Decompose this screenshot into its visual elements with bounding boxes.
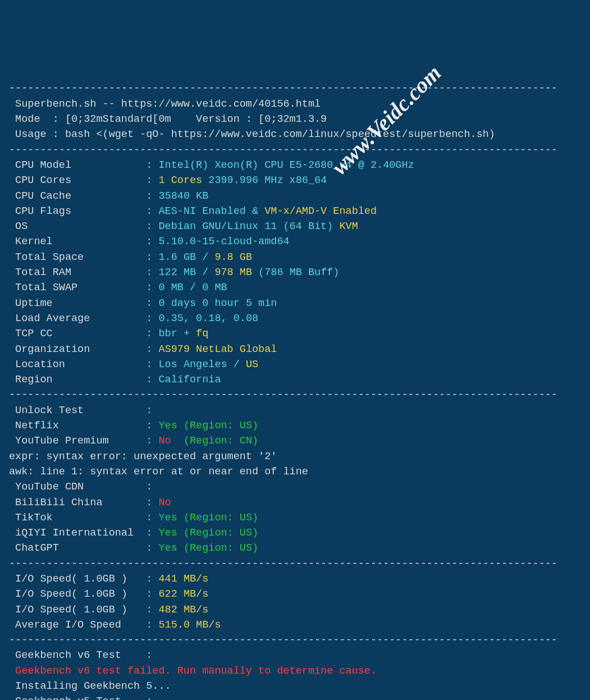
netflix-label: Netflix xyxy=(9,420,146,432)
cpu-flags-aes: AES-NI Enabled & xyxy=(158,205,264,217)
tiktok-status: Yes xyxy=(158,512,177,524)
iqiyi-region: (Region: US) xyxy=(177,527,258,539)
netflix-region: (Region: US) xyxy=(177,420,258,432)
chatgpt-region: (Region: US) xyxy=(177,542,258,554)
uptime-label: Uptime xyxy=(9,298,146,309)
separator: ----------------------------------------… xyxy=(9,558,557,570)
kernel-label: Kernel xyxy=(9,236,146,248)
colon: : xyxy=(146,205,158,217)
cpu-model-value: Intel(R) Xeon(R) CPU E5-2680 v4 @ 2.40GH… xyxy=(158,159,414,171)
colon: : xyxy=(146,236,158,248)
io-speed-3-label: I/O Speed( 1.0GB ) xyxy=(9,604,146,616)
header-title: Superbench.sh -- https://www.veidc.com/4… xyxy=(9,98,321,110)
youtube-premium-label: YouTube Premium xyxy=(9,435,146,447)
colon: : xyxy=(146,527,158,539)
youtube-cdn-label: YouTube CDN xyxy=(9,481,146,493)
tcp-label: TCP CC xyxy=(9,328,146,340)
colon: : xyxy=(146,588,158,600)
cpu-cache-value: 35840 KB xyxy=(158,190,208,202)
swap-label: Total SWAP xyxy=(9,282,146,294)
mode-value: Standard xyxy=(103,113,153,125)
cpu-flags-label: CPU Flags xyxy=(9,205,146,217)
cpu-cores-label: CPU Cores xyxy=(9,175,146,186)
org-label: Organization xyxy=(9,344,146,355)
usage-line: Usage : bash <(wget -qO- https://www.vei… xyxy=(9,129,495,140)
colon: : xyxy=(146,221,158,232)
geekbench-install: Installing Geekbench 5... xyxy=(9,680,171,692)
ram-used: 122 MB / xyxy=(158,267,214,278)
cpu-cache-label: CPU Cache xyxy=(9,190,146,202)
mode-line: Mode : [0;32mStandard[0m Version : [0;32… xyxy=(9,113,327,125)
youtube-premium-status: No xyxy=(158,435,177,447)
cpu-flags-vmx: VM-x/AMD-V Enabled xyxy=(264,205,377,217)
io-speed-2-label: I/O Speed( 1.0GB ) xyxy=(9,588,146,600)
io-speed-1-label: I/O Speed( 1.0GB ) xyxy=(9,573,146,585)
geekbench-v5-label: Geekbench v5 Test xyxy=(9,696,146,700)
netflix-status: Yes xyxy=(158,420,177,432)
colon: : xyxy=(146,190,158,202)
colon: : xyxy=(146,405,152,417)
tcp-qdisc: fq xyxy=(196,328,208,340)
chatgpt-status: Yes xyxy=(158,542,177,554)
load-label: Load Average xyxy=(9,313,146,324)
cpu-cores-freq: 2399.996 MHz x86_64 xyxy=(202,175,327,186)
colon: : xyxy=(146,481,152,493)
separator: ----------------------------------------… xyxy=(9,83,557,94)
unlock-title: Unlock Test xyxy=(9,405,146,417)
colon: : xyxy=(146,344,158,355)
io-speed-3-value: 482 MB/s xyxy=(158,604,208,616)
load-value: 0.35, 0.18, 0.08 xyxy=(158,313,258,324)
colon: : xyxy=(146,175,158,186)
cpu-cores-count: 1 Cores xyxy=(158,175,202,186)
geekbench-v6-fail: Geekbench v6 test failed. Run manually t… xyxy=(9,665,377,677)
colon: : xyxy=(146,542,158,554)
colon: : xyxy=(146,328,158,340)
iqiyi-status: Yes xyxy=(158,527,177,539)
region-value: California xyxy=(158,374,221,386)
colon: : xyxy=(146,696,152,700)
tiktok-label: TikTok xyxy=(9,512,146,524)
iqiyi-label: iQIYI International xyxy=(9,527,146,539)
version-value: 1.3.9 xyxy=(296,113,327,125)
tcp-cc: bbr + xyxy=(158,328,196,340)
os-name: Debian GNU/Linux 11 (64 Bit) xyxy=(158,221,339,232)
colon: : xyxy=(146,298,158,309)
colon: : xyxy=(146,604,158,616)
colon: : xyxy=(146,267,158,278)
os-virt: KVM xyxy=(339,221,358,232)
colon: : xyxy=(146,435,158,447)
io-speed-avg-value: 515.0 MB/s xyxy=(158,619,221,631)
uptime-value: 0 days 0 hour 5 min xyxy=(158,298,277,309)
location-country: US xyxy=(246,359,258,370)
io-speed-avg-label: Average I/O Speed xyxy=(9,619,146,631)
colon: : xyxy=(146,649,152,661)
colon: : xyxy=(146,619,158,631)
colon: : xyxy=(146,359,158,370)
ram-label: Total RAM xyxy=(9,267,146,278)
io-speed-2-value: 622 MB/s xyxy=(158,588,208,600)
separator: ----------------------------------------… xyxy=(9,389,557,401)
io-speed-1-value: 441 MB/s xyxy=(158,573,208,585)
bilibili-status: No xyxy=(158,497,171,509)
location-label: Location xyxy=(9,359,146,370)
ram-total: 978 MB xyxy=(214,267,252,278)
colon: : xyxy=(146,313,158,324)
org-value: AS979 NetLab Global xyxy=(158,344,277,355)
tiktok-region: (Region: US) xyxy=(177,512,258,524)
swap-value: 0 MB / 0 MB xyxy=(158,282,227,294)
os-label: OS xyxy=(9,221,146,232)
error-expr: expr: syntax error: unexpected argument … xyxy=(9,451,277,463)
colon: : xyxy=(146,251,158,263)
version-prefix: [0m Version : [0;32m xyxy=(152,113,295,125)
chatgpt-label: ChatGPT xyxy=(9,542,146,554)
space-used: 1.6 GB / xyxy=(158,251,214,263)
geekbench-v6-label: Geekbench v6 Test xyxy=(9,649,146,661)
space-total: 9.8 GB xyxy=(214,251,252,263)
colon: : xyxy=(146,573,158,585)
ram-buff: (786 MB Buff) xyxy=(252,267,339,278)
kernel-value: 5.10.0-15-cloud-amd64 xyxy=(158,236,289,248)
terminal-output: ----------------------------------------… xyxy=(0,61,590,700)
separator: ----------------------------------------… xyxy=(9,144,557,156)
colon: : xyxy=(146,512,158,524)
youtube-premium-region: (Region: CN) xyxy=(177,435,258,447)
